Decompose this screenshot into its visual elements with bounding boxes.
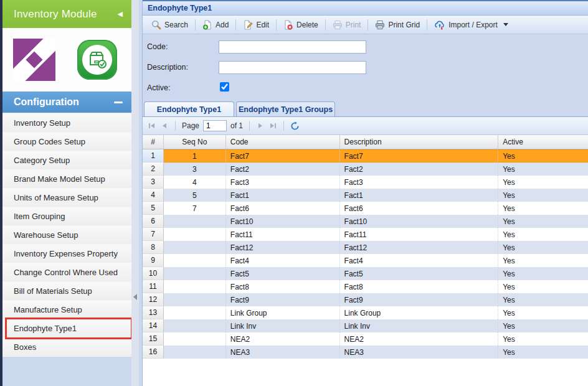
toolbar: Search Add	[143, 16, 588, 34]
cell-seq-no	[164, 306, 226, 319]
cell-description: Fact7	[340, 149, 499, 162]
sidebar-items: Inventory SetupGroup Codes SetupCategory…	[2, 113, 131, 357]
import-export-icon	[434, 20, 445, 30]
table-row[interactable]: 12Fact9Fact9Yes	[143, 293, 588, 306]
tab-strip: Endophyte Type1 Endophyte Type1 Groups	[143, 100, 588, 116]
panel-splitter[interactable]	[131, 0, 139, 386]
table-row[interactable]: 7Fact11Fact11Yes	[143, 228, 588, 241]
print-grid-button[interactable]: Print Grid	[370, 18, 425, 32]
table-row[interactable]: 16NEA3NEA3Yes	[143, 346, 588, 359]
print-grid-label: Print Grid	[388, 21, 420, 29]
cell-description: Fact8	[340, 280, 499, 293]
tab-endophyte-type1[interactable]: Endophyte Type1	[144, 101, 234, 116]
sidebar-logo-strip	[2, 28, 131, 92]
cell-description: NEA2	[340, 332, 499, 346]
grid-panel: Page of 1	[143, 116, 588, 359]
code-field[interactable]	[219, 40, 366, 54]
collapse-panel-icon[interactable]: ◀	[118, 10, 123, 18]
table-row[interactable]: 9Fact4Fact4Yes	[143, 254, 588, 267]
cell-code: Fact3	[226, 176, 340, 189]
sidebar-item-item-grouping[interactable]: Item Grouping	[2, 207, 131, 226]
row-number-cell: 12	[143, 293, 164, 306]
cell-active: Yes	[498, 306, 588, 319]
cell-code: Link Group	[226, 306, 340, 319]
sidebar-item-group-codes-setup[interactable]: Group Codes Setup	[2, 133, 131, 151]
active-checkbox[interactable]	[220, 82, 229, 92]
print-label: Print	[346, 21, 361, 29]
sidebar-item-manufacture-setup[interactable]: Manufacture Setup	[2, 301, 131, 319]
sidebar-item-boxes[interactable]: Boxes	[2, 338, 131, 357]
sidebar-item-category-setup[interactable]: Category Setup	[2, 151, 131, 170]
row-number-cell: 1	[143, 149, 164, 162]
import-export-button[interactable]: Import / Export	[429, 18, 513, 32]
table-row[interactable]: 34Fact3Fact3Yes	[143, 176, 588, 189]
edit-icon	[243, 20, 253, 30]
column-header-description[interactable]: Description	[340, 135, 499, 149]
sidebar-item-bill-of-materials-setup[interactable]: Bill of Materials Setup	[2, 282, 131, 301]
table-row[interactable]: 23Fact2Fact2Yes	[143, 162, 588, 176]
table-row[interactable]: 15NEA2NEA2Yes	[143, 332, 588, 346]
cell-description: Fact11	[340, 228, 499, 241]
cell-active: Yes	[498, 215, 588, 228]
search-label: Search	[164, 21, 188, 29]
first-page-button[interactable]	[148, 121, 156, 130]
sidebar-item-inventory-expenses-property[interactable]: Inventory Expenses Property	[2, 245, 131, 263]
sidebar-item-warehouse-setup[interactable]: Warehouse Setup	[2, 226, 131, 245]
column-header-code[interactable]: Code	[226, 135, 340, 149]
inventory-app-icon	[77, 40, 117, 80]
delete-icon	[283, 20, 293, 30]
search-button[interactable]: Search	[146, 18, 193, 32]
table-row[interactable]: 45Fact1Fact1Yes	[143, 189, 588, 202]
tab-endophyte-type1-groups[interactable]: Endophyte Type1 Groups	[236, 101, 335, 116]
table-row[interactable]: 11Fact7Fact7Yes	[143, 149, 588, 162]
cell-active: Yes	[498, 280, 588, 293]
panel-title-bar: Endophyte Type1	[143, 0, 588, 16]
sidebar-item-units-of-measure-setup[interactable]: Units of Measure Setup	[2, 189, 131, 207]
splitter-collapse-icon[interactable]	[133, 294, 137, 300]
sidebar-item-brand-make-model-setup[interactable]: Brand Make Model Setup	[2, 170, 131, 189]
refresh-button[interactable]	[290, 121, 300, 131]
table-row[interactable]: 10Fact5Fact5Yes	[143, 267, 588, 280]
chevron-down-icon	[503, 23, 508, 26]
description-label: Description:	[147, 63, 188, 72]
cell-active: Yes	[498, 267, 588, 280]
grid-body: 11Fact7Fact7Yes23Fact2Fact2Yes34Fact3Fac…	[143, 149, 588, 359]
table-row[interactable]: 6Fact10Fact10Yes	[143, 215, 588, 228]
table-row[interactable]: 14Link InvLink InvYes	[143, 319, 588, 332]
table-row[interactable]: 13Link GroupLink GroupYes	[143, 306, 588, 319]
add-icon	[202, 20, 212, 30]
table-row[interactable]: 8Fact12Fact12Yes	[143, 241, 588, 254]
cell-code: Fact12	[226, 241, 340, 254]
paging-toolbar: Page of 1	[143, 117, 588, 135]
row-number-cell: 4	[143, 189, 164, 202]
cell-seq-no	[164, 241, 226, 254]
delete-button[interactable]: Delete	[278, 18, 323, 32]
row-number-cell: 9	[143, 254, 164, 267]
grid-header: #Seq NoCodeDescriptionActive	[143, 135, 588, 149]
add-button[interactable]: Add	[197, 18, 234, 32]
column-header-active[interactable]: Active	[498, 135, 588, 149]
cell-active: Yes	[498, 332, 588, 346]
row-number-cell: 11	[143, 280, 164, 293]
edit-form: Code: Description: Active:	[143, 34, 588, 100]
collapse-section-icon[interactable]	[114, 101, 123, 103]
column-header-seq-no[interactable]: Seq No	[164, 135, 226, 149]
print-button[interactable]: Print	[328, 18, 366, 32]
sidebar-item-endophyte-type1[interactable]: Endophyte Type1	[2, 319, 131, 338]
table-row[interactable]: 57Fact6Fact6Yes	[143, 202, 588, 215]
column-header-row-number[interactable]: #	[143, 135, 164, 149]
refresh-icon	[290, 121, 300, 131]
row-number-cell: 16	[143, 346, 164, 359]
sidebar-item-inventory-setup[interactable]: Inventory Setup	[2, 114, 131, 133]
table-row[interactable]: 11Fact8Fact8Yes	[143, 280, 588, 293]
cell-seq-no	[164, 215, 226, 228]
description-field[interactable]	[219, 61, 366, 74]
cell-description: Fact6	[340, 202, 499, 215]
sidebar-item-change-control-where-used[interactable]: Change Control Where Used	[2, 263, 131, 282]
print-grid-icon	[375, 20, 385, 30]
last-page-button[interactable]	[268, 121, 277, 130]
edit-button[interactable]: Edit	[238, 18, 274, 32]
next-page-button[interactable]	[256, 121, 265, 130]
prev-page-button[interactable]	[160, 121, 169, 130]
page-number-input[interactable]	[203, 120, 227, 131]
